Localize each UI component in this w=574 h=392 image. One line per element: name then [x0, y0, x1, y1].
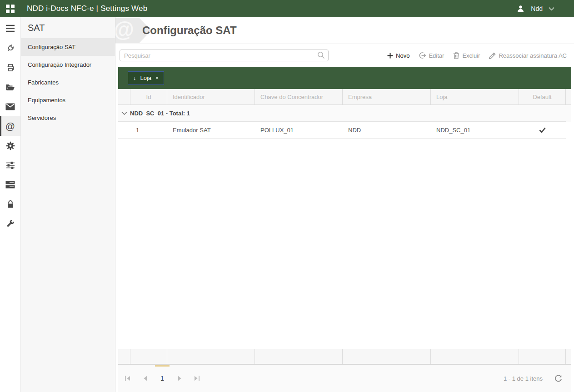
editar-button[interactable]: Editar [419, 52, 444, 59]
search-input[interactable] [120, 50, 329, 61]
page-layout: @ SAT Configuração SAT Configuração Inte… [0, 17, 574, 392]
footer-cell [343, 349, 431, 364]
main-content: @ Configuração SAT Novo Editar [115, 17, 574, 392]
toolbar: Novo Editar Excluir Reassociar assinatur… [115, 44, 574, 67]
sidebar-item-label: Fabricantes [28, 79, 59, 86]
icon-rail: @ [0, 17, 21, 392]
footer-cell [167, 349, 255, 364]
pager: 1 1 - 1 de 1 itens [118, 365, 571, 392]
sidebar-item-configuracao-integrador[interactable]: Configuração Integrador [21, 56, 115, 74]
cell-identificador: Emulador SAT [167, 127, 255, 134]
footer-cell [566, 349, 571, 364]
refresh-icon[interactable] [554, 375, 562, 382]
table-row[interactable]: 1 Emulador SAT POLLUX_01 NDD NDD_SC_01 [118, 122, 571, 139]
sidebar-item-configuracao-sat[interactable]: Configuração SAT [21, 38, 115, 56]
column-header-identificador[interactable]: Identificador [167, 89, 255, 104]
rail-item-server[interactable] [0, 175, 20, 194]
cell-chave: POLLUX_01 [255, 127, 343, 134]
rail-item-lock[interactable] [0, 194, 20, 214]
cell-empresa: NDD [343, 127, 431, 134]
waffle-square [11, 10, 15, 13]
waffle-square [6, 5, 10, 8]
at-watermark-glyph: @ [115, 17, 134, 42]
page-header: @ Configuração SAT [115, 17, 574, 44]
printer-icon [6, 63, 15, 72]
rail-item-wrench[interactable] [0, 214, 20, 233]
column-header-default[interactable]: Default [519, 89, 566, 104]
group-chip-label: Loja [140, 74, 152, 81]
footer-cell [255, 349, 343, 364]
novo-button[interactable]: Novo [387, 52, 409, 59]
cell-id: 1 [130, 127, 167, 134]
column-header-chave[interactable]: Chave do Concentrador [255, 89, 343, 104]
sidebar-item-fabricantes[interactable]: Fabricantes [21, 74, 115, 91]
sidebar-item-label: Configuração Integrador [28, 61, 91, 68]
column-header-id[interactable]: Id [130, 89, 167, 104]
chip-close-icon[interactable]: × [155, 75, 159, 81]
top-bar: NDD i-Docs NFC-e | Settings Web Ndd [0, 0, 574, 17]
sidebar-item-label: Equipamentos [28, 97, 65, 104]
rail-item-plug[interactable] [0, 38, 20, 58]
server-icon [5, 181, 15, 189]
first-page-button[interactable] [119, 371, 136, 386]
waffle-square [6, 10, 10, 13]
sidebar-item-equipamentos[interactable]: Equipamentos [21, 91, 115, 109]
user-name: Ndd [531, 5, 543, 12]
group-row: NDD_SC_01 - Total: 1 [118, 105, 571, 122]
edit-arrow-icon [419, 52, 426, 59]
mail-icon [5, 103, 15, 110]
trash-icon [453, 52, 459, 59]
plus-icon [387, 53, 393, 59]
button-label: Reassociar assinatura AC [499, 52, 567, 59]
prev-page-button[interactable] [136, 371, 154, 386]
gear-icon [6, 141, 15, 150]
collapse-group-icon[interactable] [121, 111, 127, 115]
table-footer-row [118, 349, 571, 365]
app-title: NDD i-Docs NFC-e | Settings Web [27, 4, 147, 13]
rail-item-at-active[interactable]: @ [0, 116, 20, 136]
grid-empty-area [118, 139, 571, 349]
rail-item-folder[interactable] [0, 77, 20, 97]
pencil-icon [489, 52, 496, 59]
button-label: Excluir [462, 52, 480, 59]
search-icon[interactable] [317, 51, 325, 59]
sort-arrow-icon: ↓ [133, 74, 136, 81]
group-by-bar: ↓ Loja × [118, 67, 571, 89]
data-grid: ↓ Loja × Id Identificador Chave do Conce… [118, 67, 571, 392]
cell-loja: NDD_SC_01 [431, 127, 519, 134]
last-page-button[interactable] [188, 371, 205, 386]
sidebar-item-label: Configuração SAT [28, 44, 75, 50]
sliders-icon [6, 161, 15, 169]
chevron-down-icon [549, 7, 554, 11]
footer-cell [118, 349, 130, 364]
next-page-button[interactable] [171, 371, 188, 386]
user-menu[interactable]: Ndd [516, 5, 554, 13]
footer-cell [431, 349, 519, 364]
app-launcher-icon[interactable] [6, 5, 15, 13]
button-label: Novo [396, 52, 409, 59]
column-header-empresa[interactable]: Empresa [343, 89, 431, 104]
at-sign-icon: @ [5, 121, 15, 131]
rail-item-sliders[interactable] [0, 155, 20, 175]
page-number-button[interactable]: 1 [154, 371, 171, 386]
lock-icon [6, 200, 15, 208]
table-header-row: Id Identificador Chave do Concentrador E… [118, 89, 571, 105]
group-chip-loja[interactable]: ↓ Loja × [128, 71, 164, 85]
toolbar-actions: Novo Editar Excluir Reassociar assinatur… [387, 52, 567, 59]
sidebar-item-label: Servidores [28, 114, 56, 121]
excluir-button[interactable]: Excluir [453, 52, 480, 59]
check-icon [519, 127, 566, 133]
menu-icon [5, 25, 15, 32]
column-header-filler [566, 89, 574, 104]
sidebar-item-servidores[interactable]: Servidores [21, 109, 115, 127]
rail-item-printer[interactable] [0, 58, 20, 77]
menu-toggle-button[interactable] [0, 19, 20, 38]
reassociar-assinatura-button[interactable]: Reassociar assinatura AC [489, 52, 567, 59]
sidebar: SAT Configuração SAT Configuração Integr… [21, 17, 115, 392]
column-header-loja[interactable]: Loja [431, 89, 519, 104]
user-icon [516, 5, 525, 13]
pager-info: 1 - 1 de 1 itens [504, 375, 543, 382]
current-page-indicator [155, 365, 170, 367]
rail-item-gear[interactable] [0, 136, 20, 155]
rail-item-mail[interactable] [0, 97, 20, 116]
